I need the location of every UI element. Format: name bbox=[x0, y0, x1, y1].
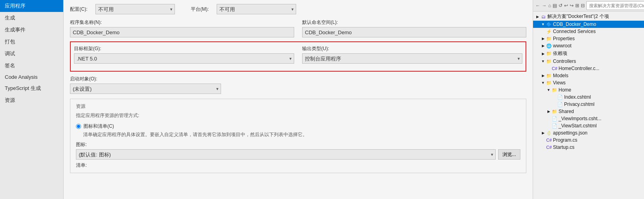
sidebar-item-build[interactable]: 生成 bbox=[0, 12, 63, 24]
index-cshtml-label: Index.cshtml bbox=[564, 94, 591, 100]
startup-label: Startup.cs bbox=[553, 144, 574, 150]
tree-item-shared[interactable]: ▶📁Shared bbox=[533, 108, 644, 115]
icon-select[interactable]: (默认值: 图标) bbox=[76, 149, 496, 160]
tree-item-connected-services[interactable]: ⚡Connected Services bbox=[533, 28, 644, 35]
platform-select[interactable]: 不可用 bbox=[217, 4, 296, 14]
sidebar-item-debug[interactable]: 调试 bbox=[0, 48, 63, 60]
tree-item-home[interactable]: ▼📁Home bbox=[533, 86, 644, 94]
tree-item-startup[interactable]: C#Startup.cs bbox=[533, 144, 644, 151]
models-expand-icon[interactable]: ▶ bbox=[540, 73, 546, 78]
tree-item-models[interactable]: ▶📁Models bbox=[533, 72, 644, 79]
sidebar-item-resources[interactable]: 资源 bbox=[0, 94, 63, 106]
properties-label: Properties bbox=[553, 36, 575, 41]
tree-item-wwwroot[interactable]: ▶🌐wwwroot bbox=[533, 42, 644, 49]
program-expand-icon bbox=[540, 137, 546, 143]
undo-icon[interactable]: ↩ bbox=[564, 2, 568, 9]
privacy-cshtml-icon: 📄 bbox=[557, 101, 563, 107]
solution-expand-icon: ▶ bbox=[535, 14, 540, 20]
sidebar-item-sign[interactable]: 签名 bbox=[0, 60, 63, 72]
startup-row: 启动对象(O): (未设置) bbox=[70, 76, 526, 94]
properties-icon[interactable]: ▤ bbox=[553, 2, 557, 9]
wwwroot-icon: 🌐 bbox=[546, 43, 552, 49]
platform-label: 平台(M): bbox=[191, 6, 209, 13]
config-select[interactable]: 不可用 bbox=[95, 4, 175, 14]
assembly-input[interactable] bbox=[70, 27, 294, 37]
home-icon: 📁 bbox=[551, 87, 558, 93]
tree-item-homecontroller[interactable]: C#HomeController.c... bbox=[533, 65, 644, 72]
wwwroot-expand-icon[interactable]: ▶ bbox=[540, 43, 546, 49]
models-icon: 📁 bbox=[546, 73, 552, 78]
target-output-row: 目标框架(G): .NET 5.0 输出类型(U): 控制台应用程序 bbox=[74, 45, 522, 64]
models-label: Models bbox=[553, 73, 568, 78]
properties-expand-icon[interactable]: ▶ bbox=[540, 36, 546, 41]
expand-all-icon[interactable]: ⊞ bbox=[575, 2, 579, 9]
tree-item-viewstart[interactable]: 📄_ViewStart.cshtml bbox=[533, 122, 644, 129]
program-label: Program.cs bbox=[553, 137, 577, 143]
target-label: 目标框架(G): bbox=[74, 45, 294, 52]
home-icon[interactable]: ⌂ bbox=[548, 2, 551, 9]
tree-item-appsettings[interactable]: ▶{}appsettings.json bbox=[533, 129, 644, 137]
wwwroot-label: wwwroot bbox=[553, 43, 572, 49]
project-icon: 🔷 bbox=[546, 21, 552, 27]
target-group: 目标框架(G): .NET 5.0 bbox=[74, 45, 294, 64]
properties-icon: 📁 bbox=[546, 36, 552, 41]
radio-icon-manifest[interactable] bbox=[76, 124, 81, 129]
radio-icon-manifest-label: 图标和清单(C) bbox=[83, 123, 114, 130]
controllers-expand-icon[interactable]: ▼ bbox=[540, 59, 546, 64]
home-expand-icon[interactable]: ▼ bbox=[546, 87, 551, 93]
homecontroller-icon: C# bbox=[551, 66, 558, 71]
collapse-all-icon[interactable]: ⊟ bbox=[581, 2, 585, 9]
tree-container: ▶ 🗂 解决方案"DockerTest"(2 个项 ▼ 🔷 CDB_Docker… bbox=[533, 12, 644, 199]
tree-item-controllers[interactable]: ▼📁Controllers bbox=[533, 58, 644, 65]
startup-group: 启动对象(O): (未设置) bbox=[70, 76, 221, 94]
tree-item-dependencies[interactable]: ▶📁依赖项 bbox=[533, 49, 644, 58]
views-icon: 📁 bbox=[546, 80, 552, 86]
forward-icon[interactable]: → bbox=[542, 2, 547, 9]
output-select[interactable]: 控制台应用程序 bbox=[302, 53, 522, 64]
controllers-icon: 📁 bbox=[546, 59, 552, 64]
tree-item-properties[interactable]: ▶📁Properties bbox=[533, 35, 644, 42]
list-label: 清单: bbox=[76, 162, 520, 169]
tree-item-index-cshtml[interactable]: 📄Index.cshtml bbox=[533, 94, 644, 101]
back-icon[interactable]: ← bbox=[535, 2, 540, 9]
sidebar-item-package[interactable]: 打包 bbox=[0, 36, 63, 48]
tree-items: ⚡Connected Services▶📁Properties▶🌐wwwroot… bbox=[533, 28, 644, 151]
startup-select[interactable]: (未设置) bbox=[70, 84, 221, 94]
sidebar-item-code-analysis[interactable]: Code Analysis bbox=[0, 72, 63, 82]
project-expand-icon: ▼ bbox=[540, 21, 546, 27]
radio-row-icon: 图标和清单(C) bbox=[76, 123, 520, 130]
radio-desc: 清单确定应用程序的具体设置。要嵌入自定义清单，请首先将它添加到项目中，然后从以下… bbox=[83, 131, 520, 138]
sidebar-item-build-events[interactable]: 生成事件 bbox=[0, 24, 63, 36]
icon-label: 图标: bbox=[76, 141, 520, 148]
startup-label: 启动对象(O): bbox=[70, 76, 221, 82]
privacy-cshtml-expand-icon bbox=[551, 101, 557, 107]
startup-icon: C# bbox=[546, 144, 552, 150]
sidebar-item-typescript[interactable]: TypeScript 生成 bbox=[0, 82, 63, 94]
tree-item-views[interactable]: ▼📁Views bbox=[533, 79, 644, 86]
tree-item-privacy-cshtml[interactable]: 📄Privacy.cshtml bbox=[533, 101, 644, 108]
namespace-input[interactable] bbox=[302, 27, 526, 37]
resources-desc: 指定应用程序资源的管理方式: bbox=[76, 112, 520, 119]
viewstart-expand-icon bbox=[546, 123, 551, 129]
tree-project[interactable]: ▼ 🔷 CDB_Docker_Demo bbox=[533, 21, 644, 28]
search-input[interactable] bbox=[586, 1, 644, 10]
solution-label: 解决方案"DockerTest"(2 个项 bbox=[547, 13, 609, 20]
dependencies-expand-icon[interactable]: ▶ bbox=[540, 51, 546, 57]
browse-button[interactable]: 浏览... bbox=[498, 149, 520, 160]
shared-label: Shared bbox=[559, 109, 574, 114]
redo-icon[interactable]: ↪ bbox=[570, 2, 574, 9]
resources-title: 资源 bbox=[76, 103, 520, 110]
views-expand-icon[interactable]: ▼ bbox=[540, 80, 546, 86]
sidebar-item-app[interactable]: 应用程序 bbox=[0, 0, 63, 12]
tree-item-viewimports[interactable]: 📄_ViewImports.csht... bbox=[533, 115, 644, 122]
tree-solution[interactable]: ▶ 🗂 解决方案"DockerTest"(2 个项 bbox=[533, 12, 644, 21]
target-framework-box: 目标框架(G): .NET 5.0 输出类型(U): 控制台应用程序 bbox=[70, 41, 526, 72]
shared-icon: 📁 bbox=[551, 109, 558, 114]
assembly-group: 程序集名称(N): bbox=[70, 19, 294, 37]
config-row: 配置(C): 不可用 平台(M): 不可用 bbox=[70, 4, 526, 14]
tree-item-program[interactable]: C#Program.cs bbox=[533, 137, 644, 144]
shared-expand-icon[interactable]: ▶ bbox=[546, 109, 551, 114]
appsettings-expand-icon[interactable]: ▶ bbox=[540, 130, 546, 136]
target-select[interactable]: .NET 5.0 bbox=[74, 53, 294, 64]
sync-icon[interactable]: ↺ bbox=[559, 2, 563, 9]
